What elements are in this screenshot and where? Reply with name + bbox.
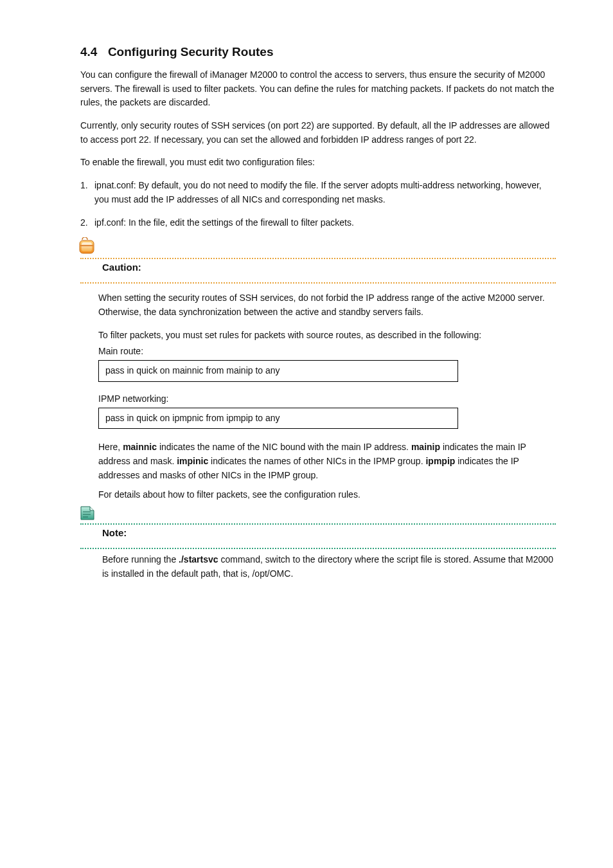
bold-ipmpip: ipmpip: [425, 456, 455, 466]
caution-after-p1: Here, mainnic indicates the name of the …: [98, 440, 556, 482]
run: Before running the: [102, 554, 179, 565]
caution-body: When setting the security routes of SSH …: [80, 284, 556, 502]
route1-label: Main route:: [98, 346, 556, 356]
intro-paragraph-2: Currently, only security routes of SSH s…: [80, 119, 556, 147]
file-item-1-number: 1.: [80, 179, 94, 206]
note-body: Before running the ./startsvc command, s…: [80, 549, 556, 581]
route1-box: pass in quick on mainnic from mainip to …: [98, 360, 458, 382]
intro-paragraph-1: You can configure the firewall of iManag…: [80, 68, 556, 110]
file-item-2: 2. ipf.conf: In the file, edit the setti…: [80, 216, 556, 230]
run: indicates the name of the NIC bound with…: [157, 442, 411, 452]
note-block: Note: Before running the ./startsvc comm…: [80, 504, 556, 581]
caution-block: Caution: When setting the security route…: [80, 239, 556, 502]
route2-box: pass in quick on ipmpnic from ipmpip to …: [98, 408, 458, 429]
file-item-2-text: ipf.conf: In the file, edit the settings…: [94, 216, 556, 230]
note-label: Note:: [80, 525, 556, 548]
caution-text: When setting the security routes of SSH …: [98, 291, 556, 319]
bold-mainnic: mainnic: [123, 442, 157, 452]
note-icon-row: [80, 504, 556, 523]
bold-impinic: impinic: [177, 456, 208, 466]
caution-after-p2: For details about how to filter packets,…: [98, 488, 556, 502]
page-root: 4.4 Configuring Security Routes You can …: [0, 0, 613, 868]
caution-icon-row: [80, 239, 556, 258]
content-column: 4.4 Configuring Security Routes You can …: [80, 39, 556, 581]
svg-rect-1: [82, 242, 92, 251]
file-item-1-text: ipnat.conf: By default, you do not need …: [94, 179, 556, 206]
file-item-2-number: 2.: [80, 216, 94, 230]
bold-startsvc: /startsvc: [181, 554, 218, 565]
file-item-1: 1. ipnat.conf: By default, you do not ne…: [80, 179, 556, 206]
section-heading: 4.4 Configuring Security Routes: [80, 45, 556, 59]
run: Here,: [98, 442, 123, 452]
note-icon: [78, 503, 97, 525]
run: indicates the names of other NICs in the…: [208, 456, 425, 466]
intro-paragraph-3: To enable the firewall, you must edit tw…: [80, 156, 556, 170]
section-number: 4.4: [80, 45, 97, 59]
caution-label: Caution:: [80, 259, 556, 282]
bold-mainip: mainip: [411, 442, 440, 452]
route2-label: IPMP networking:: [98, 393, 556, 404]
svg-rect-2: [80, 245, 93, 246]
caution-icon: [78, 237, 97, 259]
section-title: Configuring Security Routes: [108, 45, 274, 59]
caution-after-heading: To filter packets, you must set rules fo…: [98, 329, 556, 343]
